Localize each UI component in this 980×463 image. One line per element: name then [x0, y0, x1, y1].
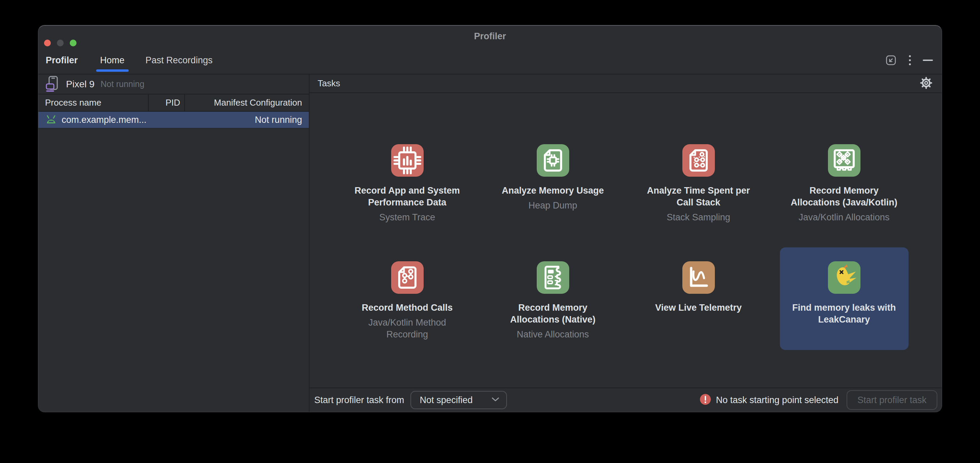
task-card-analyze-memory-usage[interactable]: Analyze Memory Usage Heap Dump	[488, 130, 617, 233]
task-card-title: Record Memory Allocations (Native)	[497, 302, 609, 326]
task-card-find-memory-leaks-leakcanary[interactable]: Find memory leaks with LeakCanary	[780, 247, 908, 350]
task-card-subtitle: Heap Dump	[528, 200, 577, 211]
task-card-subtitle: System Trace	[379, 211, 435, 224]
task-card-title: Record Method Calls	[362, 302, 453, 314]
task-card-title: View Live Telemetry	[655, 302, 742, 314]
tasks-header: Tasks	[310, 75, 942, 93]
window-toolbar-icons	[885, 54, 933, 67]
tab-bar: Profiler Home Past Recordings	[38, 47, 942, 75]
task-card-record-memory-allocations-native[interactable]: Record Memory Allocations (Native) Nativ…	[488, 247, 617, 350]
device-status: Not running	[100, 79, 144, 89]
tab-home-label: Home	[100, 55, 125, 66]
jvm-allocations-icon	[828, 144, 861, 177]
process-name: com.example.mem...	[62, 115, 250, 125]
device-name: Pixel 9	[66, 79, 94, 90]
window-title: Profiler	[38, 26, 942, 47]
native-allocations-icon	[537, 261, 569, 294]
tasks-row-2: Record Method Calls Java/Kotlin Method R…	[310, 247, 942, 350]
start-task-from-label: Start profiler task from	[314, 395, 404, 406]
traffic-lights	[44, 40, 76, 46]
process-status: Not running	[255, 115, 302, 125]
tasks-panel: Tasks	[310, 75, 942, 412]
task-card-title: Record Memory Allocations (Java/Kotlin)	[788, 185, 900, 208]
task-card-record-app-system-performance[interactable]: Record App and System Performance Data S…	[343, 130, 472, 233]
dock-window-icon[interactable]	[885, 54, 897, 67]
process-row-selected[interactable]: com.example.mem... Not running	[38, 112, 309, 128]
tasks-grid: Record App and System Performance Data S…	[310, 93, 942, 387]
tab-past-recordings-label: Past Recordings	[146, 55, 213, 66]
method-calls-icon	[391, 261, 424, 294]
profiler-menu[interactable]: Profiler	[46, 55, 78, 66]
warning-group: No task starting point selected	[700, 393, 838, 406]
zoom-window-button[interactable]	[70, 40, 76, 46]
footer-bar: Start profiler task from Not specified	[310, 387, 942, 412]
warning-text: No task starting point selected	[716, 395, 838, 406]
tasks-row-1: Record App and System Performance Data S…	[310, 130, 942, 233]
process-table-header: Process name PID Manifest Configuration	[38, 94, 309, 112]
starting-point-dropdown[interactable]: Not specified	[410, 391, 507, 409]
titlebar: Profiler	[38, 26, 942, 47]
process-list-empty-area	[38, 128, 309, 412]
android-icon	[45, 114, 57, 125]
task-card-title: Analyze Time Spent per Call Stack	[643, 185, 755, 208]
minimize-icon[interactable]	[923, 60, 933, 61]
tab-past-recordings[interactable]: Past Recordings	[145, 47, 213, 74]
task-card-record-memory-allocations-jvm[interactable]: Record Memory Allocations (Java/Kotlin) …	[780, 130, 908, 233]
main-area: Pixel 9 Not running Process name PID Man…	[38, 75, 942, 412]
task-card-subtitle: Stack Sampling	[667, 211, 730, 224]
task-card-record-method-calls[interactable]: Record Method Calls Java/Kotlin Method R…	[343, 247, 472, 350]
task-card-title: Record App and System Performance Data	[351, 185, 464, 208]
error-icon	[700, 393, 711, 406]
task-card-title: Find memory leaks with LeakCanary	[788, 302, 900, 326]
column-pid[interactable]: PID	[148, 94, 184, 111]
profiler-window: Profiler Profiler Home Past Recordings	[38, 25, 942, 412]
task-card-subtitle: Native Allocations	[517, 329, 589, 341]
chevron-down-icon	[492, 397, 500, 403]
live-telemetry-icon	[682, 261, 715, 294]
task-card-subtitle: Java/Kotlin Allocations	[799, 211, 889, 224]
virtual-device-icon	[45, 75, 61, 94]
task-card-title: Analyze Memory Usage	[502, 185, 604, 197]
dropdown-value: Not specified	[420, 395, 492, 406]
kebab-menu-icon[interactable]	[908, 54, 911, 66]
heap-dump-icon	[537, 144, 569, 177]
column-process-name[interactable]: Process name	[38, 94, 148, 111]
stack-sampling-icon	[682, 144, 715, 177]
task-card-analyze-time-per-call-stack[interactable]: Analyze Time Spent per Call Stack Stack …	[634, 130, 763, 233]
leakcanary-icon	[828, 261, 861, 294]
cpu-performance-icon	[391, 144, 424, 177]
column-manifest-configuration[interactable]: Manifest Configuration	[184, 94, 309, 111]
device-panel: Pixel 9 Not running Process name PID Man…	[38, 75, 310, 412]
device-header: Pixel 9 Not running	[38, 75, 309, 94]
tasks-title: Tasks	[318, 78, 920, 89]
start-profiler-task-button[interactable]: Start profiler task	[846, 390, 937, 410]
task-card-view-live-telemetry[interactable]: View Live Telemetry	[634, 247, 763, 350]
minimize-window-button[interactable]	[57, 40, 64, 46]
gear-icon[interactable]	[920, 76, 933, 91]
task-card-subtitle: Java/Kotlin Method Recording	[351, 317, 464, 341]
close-window-button[interactable]	[44, 40, 51, 46]
tab-home[interactable]: Home	[100, 47, 125, 74]
